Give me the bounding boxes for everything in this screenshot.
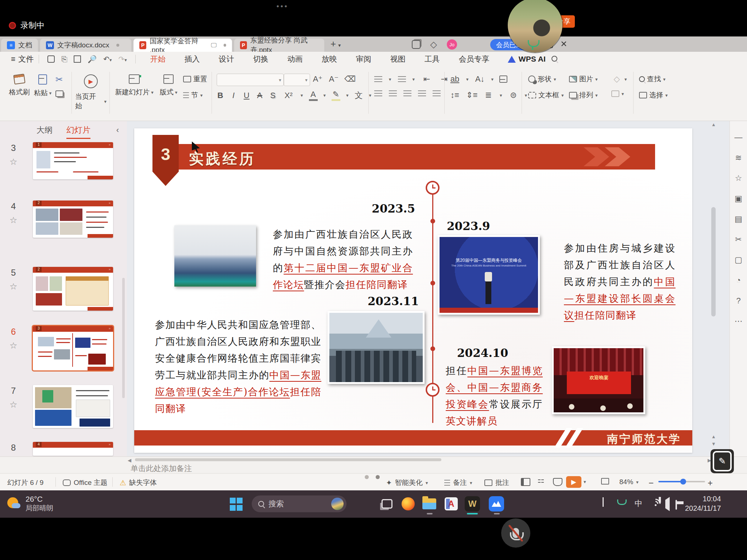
horizontal-scrollbar[interactable]: ◀ ▶: [128, 458, 711, 462]
ribbon-search-icon[interactable]: [551, 55, 557, 63]
firefox-icon[interactable]: [400, 496, 416, 512]
text-direction-icon[interactable]: A↓: [475, 74, 485, 84]
outline-tab[interactable]: 大纲: [36, 125, 53, 139]
slide-thumbnail-8[interactable]: 4»: [33, 442, 113, 456]
align-right-icon[interactable]: [403, 90, 411, 96]
undo-icon[interactable]: ↶▾: [103, 55, 112, 63]
zoom-in-button[interactable]: +: [708, 478, 713, 488]
taskbar-search[interactable]: 搜索: [252, 495, 347, 512]
save-icon[interactable]: [47, 55, 55, 63]
menu-home[interactable]: 开始: [150, 54, 166, 64]
event-text-2024-10[interactable]: 担任中国—东盟博览会、中国—东盟商务投资峰会常设展示厅英文讲解员: [446, 362, 543, 429]
slide-thumbnail-6-current[interactable]: 3»: [33, 326, 113, 370]
photo-summit[interactable]: 第20届中国—东盟商务与投资峰会 The 20th China-ASEAN Bu…: [438, 235, 540, 315]
event-date-2023-11[interactable]: 2023.11: [368, 295, 415, 308]
sidebar-scrollbar[interactable]: [122, 278, 125, 398]
distribute-icon[interactable]: [433, 90, 441, 96]
menu-insert[interactable]: 插入: [185, 54, 200, 64]
view-sorter-button[interactable]: [537, 478, 546, 486]
line-spacing-icon[interactable]: ↕≡: [449, 90, 460, 100]
slide-6-canvas[interactable]: 3 实践经历 2023.5 参加由广西壮族自治区人民政府与中国自然资源部共同主办…: [134, 128, 692, 453]
zoom-out-button[interactable]: −: [649, 478, 654, 488]
tab-ppt-active[interactable]: P 国家奖学金答辩 .pptx 🖵: [133, 39, 232, 52]
justify-icon[interactable]: [418, 90, 426, 96]
slide-thumbnail-7[interactable]: [33, 385, 113, 428]
select-button[interactable]: 选择▾: [639, 90, 668, 100]
properties-icon[interactable]: ≋: [735, 153, 742, 163]
window-stack-icon[interactable]: [412, 40, 421, 49]
clear-format-icon[interactable]: ⌫: [344, 74, 355, 84]
clock-widget[interactable]: 10:04 2024/11/17: [685, 494, 721, 513]
scrollbar-thumb[interactable]: [135, 458, 441, 461]
menu-review[interactable]: 审阅: [356, 54, 371, 64]
zoom-level[interactable]: 84%▾: [619, 478, 639, 486]
new-tab-button[interactable]: +: [330, 38, 336, 50]
prev-slide-arrow[interactable]: ▲: [711, 434, 716, 439]
workspace-cube-icon[interactable]: ◇: [430, 39, 437, 50]
font-color-button[interactable]: A: [309, 90, 318, 101]
print-preview-icon[interactable]: 🔎: [88, 55, 97, 63]
superscript-button[interactable]: X²: [282, 91, 295, 100]
theme-button[interactable]: Office 主题: [63, 478, 108, 487]
zoom-knob[interactable]: [680, 479, 686, 485]
account-avatar[interactable]: Jo: [447, 39, 457, 50]
text-shadow-button[interactable]: S: [269, 91, 276, 100]
underline-button[interactable]: U: [243, 91, 250, 100]
bold-button[interactable]: B: [217, 91, 224, 100]
favorites-star-icon[interactable]: ☆: [735, 174, 742, 183]
layout-panel-icon[interactable]: ▢: [735, 255, 742, 265]
comments-button[interactable]: 批注: [484, 478, 509, 487]
align-text-icon[interactable]: ⊜: [508, 90, 519, 100]
frame-button[interactable]: ▾: [611, 90, 624, 97]
file-explorer-icon[interactable]: [422, 496, 437, 512]
fill-color-button[interactable]: ◇▾: [611, 74, 627, 84]
tab-word-doc[interactable]: W 文字稿docx.docx: [40, 39, 131, 52]
slide-footer-banner[interactable]: 南宁师范大学: [134, 430, 692, 446]
favorite-star-icon[interactable]: ☆: [9, 215, 18, 225]
event-text-2023-9[interactable]: 参加由住房与城乡建设部及广西壮族自治区人民政府共同主办的中国—东盟建设部长圆桌会…: [564, 240, 676, 324]
fit-slide-button[interactable]: [601, 478, 609, 485]
timeline-clock-icon[interactable]: [426, 383, 440, 397]
menu-view[interactable]: 视图: [390, 54, 406, 64]
new-slide-button[interactable]: 新建幻灯片▾: [114, 71, 155, 114]
slide-thumbnail-3[interactable]: 1»: [33, 142, 113, 179]
paste-button[interactable]: 粘贴▾: [32, 71, 53, 114]
font-size-select[interactable]: ▾: [284, 74, 310, 86]
weather-widget[interactable]: 26°C 局部晴朗: [7, 495, 53, 513]
bullet-list-icon[interactable]: [374, 76, 382, 82]
favorite-star-icon[interactable]: ☆: [9, 400, 18, 410]
event-text-2023-11[interactable]: 参加由中华人民共和国应急管理部、广西壮族自治区人民政府和东盟职业安全健康合作网络…: [155, 316, 321, 417]
volume-icon[interactable]: [665, 500, 670, 509]
font-name-select[interactable]: ▾: [217, 74, 284, 86]
notes-placeholder[interactable]: 单击此处添加备注: [131, 463, 192, 474]
missing-font-warning[interactable]: ⚠ 缺失字体: [120, 478, 157, 487]
tray-expand-chevron[interactable]: [603, 498, 604, 507]
history-icon[interactable]: ◔: [736, 276, 741, 285]
favorite-star-icon[interactable]: ☆: [9, 281, 18, 292]
grow-font-button[interactable]: A⁺: [312, 74, 323, 84]
section-button[interactable]: 节▾: [183, 90, 203, 100]
canvas-vertical-scrollbar[interactable]: ▲ ▲ ▼: [711, 123, 716, 444]
layers-icon[interactable]: ▣: [735, 194, 742, 203]
view-reading-button[interactable]: [553, 478, 562, 486]
help-icon[interactable]: ?: [736, 296, 740, 306]
window-close-button[interactable]: ×: [561, 38, 567, 50]
slideshow-play-button[interactable]: ▶: [566, 476, 581, 488]
picture-button[interactable]: 图片▾: [569, 74, 598, 84]
highlight-color-button[interactable]: ✎: [332, 90, 340, 101]
event-text-2023-5[interactable]: 参加由广西壮族自治区人民政府与中国自然资源部共同主办的第十二届中国—东盟矿业合作…: [273, 226, 413, 293]
dictionary-app-icon[interactable]: A: [444, 496, 459, 512]
strikethrough-button[interactable]: A: [256, 91, 263, 100]
meeting-app-icon[interactable]: [489, 496, 504, 512]
shrink-font-button[interactable]: A⁻: [328, 74, 339, 84]
photo-banquet[interactable]: 欢迎晚宴: [552, 346, 645, 414]
mic-on-icon[interactable]: [530, 36, 541, 53]
photo-group[interactable]: [328, 311, 425, 384]
align-left-icon[interactable]: [374, 90, 382, 96]
reset-button[interactable]: 重置: [183, 74, 207, 84]
wps-ai-button[interactable]: WPS AI: [508, 55, 546, 63]
find-button[interactable]: 查找▾: [639, 74, 666, 84]
muted-mic-overlay[interactable]: [501, 518, 530, 548]
italic-button[interactable]: I: [230, 91, 237, 100]
menu-transition[interactable]: 切换: [253, 54, 268, 64]
